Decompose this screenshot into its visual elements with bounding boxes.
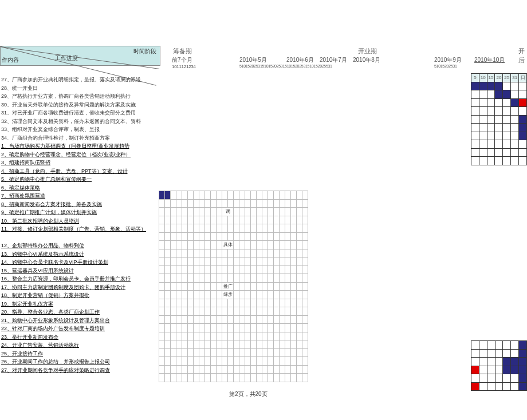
gantt-grid-left: 调具体推广缔步 bbox=[159, 191, 309, 382]
task-row: 19、制定开业礼仪方案 bbox=[0, 300, 160, 308]
task-row: 6、确定媒体策略 bbox=[0, 184, 160, 192]
task-row: 10、第二批次招聘的企划人员培训 bbox=[0, 217, 160, 225]
task-row: 12、企划部特殊办公用品、物料到位 bbox=[0, 241, 160, 250]
task-row: 21、购物中心开业形象系统设计及管理方案出台 bbox=[0, 316, 160, 325]
task-row: 27、厂商参加的开业典礼明细拟定，呈报、落实及请柬的派送 bbox=[0, 76, 160, 84]
task-row: 5、确定购物中心推广总纲和宣传纲要一 bbox=[0, 175, 160, 184]
phase-prep: 筹备期 bbox=[173, 47, 192, 56]
task-row: 9、确定推广期推广计划，媒体计划并实施 bbox=[0, 208, 160, 217]
task-list: 27、厂商参加的开业典礼明细拟定，呈报、落实及请柬的派送28、统一开业日29、严… bbox=[0, 76, 160, 374]
task-row: 22、针对厂商的场内外广告发布制度专题培训 bbox=[0, 324, 160, 333]
task-row: 3、组建招商队伍暨招 bbox=[0, 159, 160, 167]
task-row: 4、招商工具（意向、手册、光盘、PPT等）文案、设计 bbox=[0, 167, 160, 176]
header-diagonal-box: 时间阶段 工作进度 作内容 bbox=[0, 46, 160, 66]
task-row: 28、统一开业日 bbox=[0, 84, 160, 93]
label-work-content: 作内容 bbox=[2, 56, 19, 64]
task-row: 17、协同主力店制定团购制度及团购卡、团购手册设计 bbox=[0, 283, 160, 292]
task-row: 32、清理合同文本及相关资料，催办未返回的合同文本、资料 bbox=[0, 117, 160, 126]
task-row: 18、制定开业营销（促销）方案并报批 bbox=[0, 291, 160, 300]
task-row: 24、开业广告安装、营销活动执行 bbox=[0, 341, 160, 350]
task-row: 33、组织对开业奖金综合评审，制表、呈报 bbox=[0, 125, 160, 134]
task-row: 14、购物中心会员卡联名卡及VIP手册设计策划 bbox=[0, 258, 160, 267]
task-row: 34、厂商组合的合理性检讨，制订补充招商方案 bbox=[0, 134, 160, 142]
task-row: 30、开业当天外联单位的接待及异常问题的解决方案及实施 bbox=[0, 101, 160, 109]
label-oct: 2010年10月 bbox=[474, 56, 505, 64]
task-row: 25、开业接待工作 bbox=[0, 350, 160, 358]
task-row: 16、整合主力店资源，印刷会员卡、会员手册并推广发行 bbox=[0, 275, 160, 283]
task-row: 27、对开业期间各竞争对手的应对策略进行调查 bbox=[0, 366, 160, 375]
phase-open: 开业期 bbox=[358, 47, 377, 56]
task-row bbox=[0, 233, 160, 242]
task-row: 26、开业期间工作的总结，并形成报告上报公司 bbox=[0, 358, 160, 366]
task-row: 20、指导、整合各业态、各类厂商企划工作 bbox=[0, 308, 160, 316]
task-row: 31、对已开业厂商各项收费进行清查，催收未交部分之费用 bbox=[0, 109, 160, 117]
gantt-grid-right-bottom bbox=[471, 340, 527, 391]
task-row: 8、招商新闻发布会方案才报批、筹备及实施 bbox=[0, 200, 160, 209]
task-row: 11、对接、修订企划部相关制度（广告、营销、形象、活动等） bbox=[0, 225, 160, 233]
task-row: 23、举行开业新闻发布会 bbox=[0, 333, 160, 342]
page-footer: 第2页，共20页 bbox=[229, 390, 268, 398]
task-row: 1、当场市场购买力基础调查（问卷归整理/商业发展趋势 bbox=[0, 142, 160, 150]
label-sep: 2010年9月 bbox=[434, 56, 462, 64]
task-row: 2、确定购物中心经营理念、经营定位（档次/业态/业种） bbox=[0, 150, 160, 159]
gantt-grid-right-top: 51015202531日 bbox=[471, 73, 527, 165]
task-row: 15、营运器具及VI应用系统设计 bbox=[0, 267, 160, 275]
task-row: 13、购物中心VI系统及指示系统设计 bbox=[0, 250, 160, 259]
label-time-phase: 时间阶段 bbox=[133, 47, 156, 56]
phase-after-2: 后 bbox=[518, 56, 525, 65]
label-work-progress: 工作进度 bbox=[55, 54, 78, 62]
phase-after-1: 开 bbox=[518, 47, 525, 56]
task-row: 7、招商处氛围营造 bbox=[0, 192, 160, 200]
task-row: 29、严格执行开业方案，协调厂商各类营销活动顺利执行 bbox=[0, 92, 160, 101]
